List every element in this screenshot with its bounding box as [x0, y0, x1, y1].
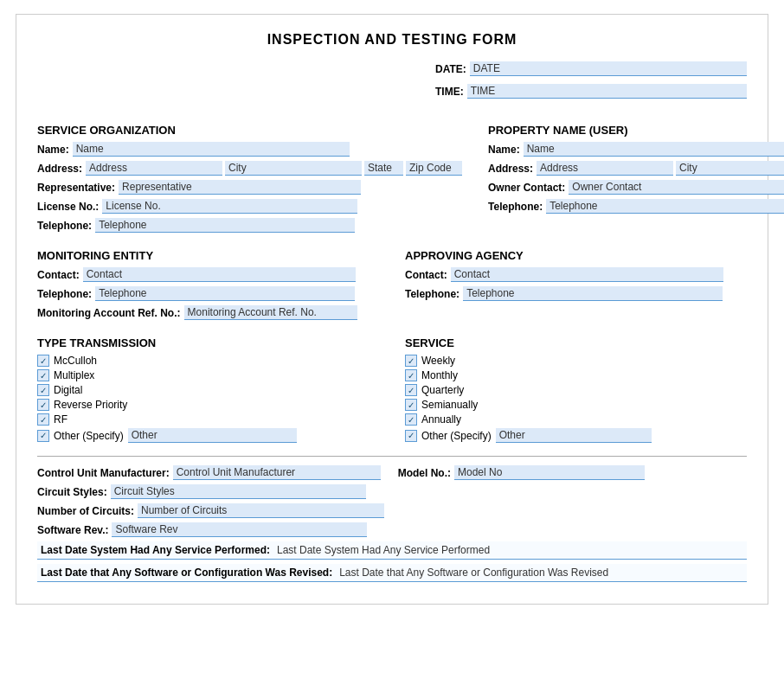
app-telephone-label: Telephone: [405, 288, 459, 300]
num-circuits-input[interactable] [138, 503, 384, 518]
monitoring-section: MONITORING ENTITY Contact: Telephone: Mo… [37, 237, 379, 324]
so-address-row: Address: [37, 161, 462, 176]
app-telephone-input[interactable] [463, 286, 723, 301]
tt-rf-icon[interactable]: ✓ [37, 413, 49, 426]
software-rev-input[interactable] [112, 522, 367, 537]
service-section: SERVICE ✓ Weekly ✓ Monthly ✓ Quarterly ✓… [405, 324, 747, 445]
so-license-input[interactable] [102, 199, 357, 214]
service-header: SERVICE [405, 336, 747, 349]
model-row: Model No.: [398, 465, 645, 480]
mon-account-input[interactable] [184, 305, 357, 320]
tt-digital-label: Digital [54, 384, 82, 396]
so-telephone-label: Telephone: [37, 220, 92, 232]
property-header: PROPERTY NAME (USER) [488, 124, 784, 137]
time-row: TIME: [435, 84, 747, 99]
time-label: TIME: [435, 86, 464, 98]
app-contact-input[interactable] [451, 267, 723, 282]
app-contact-row: Contact: [405, 267, 747, 282]
prop-name-row: Name: [488, 142, 784, 157]
tt-reverse-priority-label: Reverse Priority [54, 399, 127, 411]
monitoring-approving-cols: MONITORING ENTITY Contact: Telephone: Mo… [37, 237, 747, 324]
approving-section: APPROVING AGENCY Contact: Telephone: [405, 237, 747, 324]
bottom-section: Control Unit Manufacturer: Model No.: Ci… [37, 465, 747, 582]
last-service-row: Last Date System Had Any Service Perform… [37, 541, 747, 560]
svc-monthly: ✓ Monthly [405, 369, 747, 381]
svc-other-input[interactable] [496, 428, 652, 443]
so-license-label: License No.: [37, 201, 99, 213]
num-circuits-label: Number of Circuits: [37, 505, 134, 517]
svc-weekly-icon[interactable]: ✓ [405, 355, 417, 367]
so-license-row: License No.: [37, 199, 462, 214]
svc-other-icon[interactable]: ✓ [405, 430, 417, 442]
form-page: INSPECTION AND TESTING FORM DATE: TIME: … [16, 14, 768, 605]
svc-other-label: Other (Specify) [421, 430, 492, 442]
tt-multiplex-icon[interactable]: ✓ [37, 369, 49, 381]
tt-reverse-priority: ✓ Reverse Priority [37, 399, 379, 411]
time-input[interactable] [467, 84, 747, 99]
tt-other-input[interactable] [128, 428, 297, 443]
circuit-styles-row: Circuit Styles: [37, 484, 747, 499]
so-telephone-input[interactable] [95, 218, 355, 233]
prop-owner-row: Owner Contact: [488, 180, 784, 195]
approving-header: APPROVING AGENCY [405, 249, 747, 262]
circuit-styles-input[interactable] [111, 484, 366, 499]
last-service-label: Last Date System Had Any Service Perform… [41, 544, 270, 556]
svc-annually: ✓ Annually [405, 413, 747, 426]
svc-annually-icon[interactable]: ✓ [405, 413, 417, 426]
app-telephone-row: Telephone: [405, 286, 747, 301]
tt-digital-icon[interactable]: ✓ [37, 384, 49, 396]
prop-name-label: Name: [488, 144, 520, 156]
last-software-input[interactable] [336, 566, 743, 579]
tt-multiplex-label: Multiplex [54, 369, 94, 381]
tt-mcculloh-icon[interactable]: ✓ [37, 355, 49, 367]
so-city-input[interactable] [225, 161, 362, 176]
so-name-row: Name: [37, 142, 462, 157]
transmission-service-cols: TYPE TRANSMISSION ✓ McCulloh ✓ Multiplex… [37, 324, 747, 445]
so-rep-input[interactable] [119, 180, 361, 195]
last-service-input[interactable] [273, 543, 743, 557]
svc-semiannually-icon[interactable]: ✓ [405, 399, 417, 411]
divider-1 [37, 456, 747, 457]
model-input[interactable] [454, 465, 645, 480]
mon-contact-row: Contact: [37, 267, 379, 282]
software-rev-label: Software Rev.: [37, 524, 108, 536]
software-rev-row: Software Rev.: [37, 522, 747, 537]
so-state-input[interactable] [364, 161, 403, 176]
prop-city-input[interactable] [676, 161, 784, 176]
service-org-section: SERVICE ORGANIZATION Name: Address: Repr… [37, 112, 462, 237]
mon-account-row: Monitoring Account Ref. No.: [37, 305, 379, 320]
prop-telephone-label: Telephone: [488, 201, 543, 213]
date-input[interactable] [470, 61, 747, 76]
mon-telephone-label: Telephone: [37, 288, 92, 300]
prop-address-label: Address: [488, 163, 533, 175]
date-label: DATE: [435, 63, 466, 75]
svc-weekly: ✓ Weekly [405, 355, 747, 367]
tt-mcculloh-label: McCulloh [54, 355, 97, 367]
form-title: INSPECTION AND TESTING FORM [37, 32, 747, 48]
mon-telephone-input[interactable] [95, 286, 355, 301]
prop-owner-input[interactable] [569, 180, 784, 195]
control-unit-row: Control Unit Manufacturer: [37, 465, 381, 480]
svc-annually-label: Annually [421, 413, 461, 426]
prop-telephone-row: Telephone: [488, 199, 784, 214]
so-address-input[interactable] [86, 161, 222, 176]
prop-telephone-input[interactable] [546, 199, 784, 214]
last-software-label: Last Date that Any Software or Configura… [41, 567, 332, 579]
mon-contact-input[interactable] [83, 267, 356, 282]
tt-rf-label: RF [54, 413, 67, 426]
prop-address-input[interactable] [537, 161, 673, 176]
prop-owner-label: Owner Contact: [488, 182, 565, 194]
so-zip-input[interactable] [406, 161, 462, 176]
so-telephone-row: Telephone: [37, 218, 462, 233]
mon-account-label: Monitoring Account Ref. No.: [37, 307, 181, 319]
app-contact-label: Contact: [405, 269, 447, 281]
svc-quarterly-icon[interactable]: ✓ [405, 384, 417, 396]
prop-name-input[interactable] [524, 142, 784, 157]
tt-reverse-priority-icon[interactable]: ✓ [37, 399, 49, 411]
svc-monthly-icon[interactable]: ✓ [405, 369, 417, 381]
so-address-label: Address: [37, 163, 82, 175]
tt-other-icon[interactable]: ✓ [37, 430, 49, 442]
so-name-input[interactable] [73, 142, 350, 157]
svc-quarterly: ✓ Quarterly [405, 384, 747, 396]
control-unit-input[interactable] [173, 465, 381, 480]
